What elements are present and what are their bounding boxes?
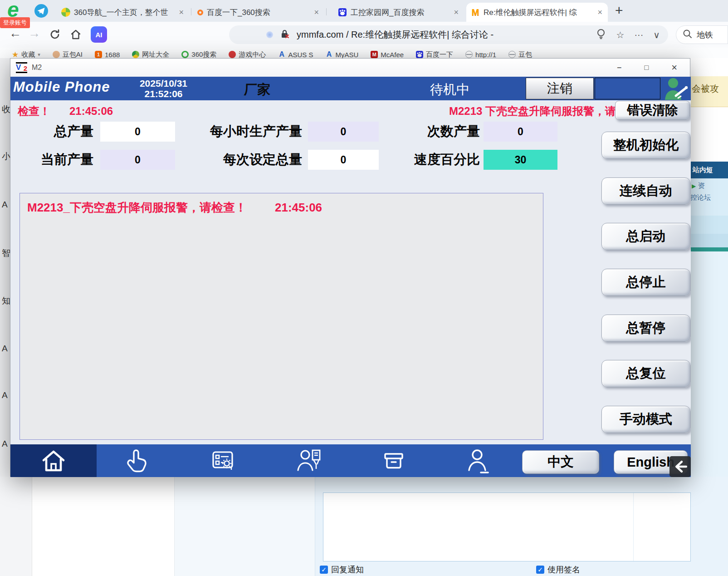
tab-close-icon[interactable]: × [453,8,459,17]
quick-search-box[interactable]: 地铁 [676,25,728,44]
hmi-screen: Mobile Phone 2025/10/31 21:52:06 厂家 待机中 … [10,77,691,477]
tab-close-icon[interactable]: × [313,8,320,17]
language-chinese-button[interactable]: 中文 [522,450,599,474]
more-menu-dots-icon[interactable]: ··· [634,30,643,40]
checkbox-checked-icon[interactable]: ✓ [320,566,328,574]
stat-value-speed-percent[interactable]: 30 [484,150,557,170]
master-reset-button[interactable]: 总复位 [601,360,690,387]
hmi-date: 2025/10/31 [122,78,205,89]
favorite-star-icon[interactable]: ☆ [616,30,624,40]
address-bar[interactable]: ymmfa.com / Re:维伦触摸屏远程软件| 综合讨论 - ☆ ··· ∨ [229,25,668,44]
new-tab-button[interactable]: + [615,3,623,18]
side-panel-item[interactable]: 收 [2,103,10,115]
stat-value-hourly-output[interactable]: 0 [308,122,379,142]
baidu-paw-icon [416,51,423,58]
window-title-bar[interactable]: V2 M2 − □ × [10,59,690,77]
stat-value-batch-total[interactable]: 0 [308,150,379,170]
reply-textarea[interactable] [323,492,691,561]
360-search-favicon [197,10,203,15]
stat-value-total-output[interactable]: 0 [100,122,175,142]
browser-tab-bar: e 360导航_一个主页，整个世 × 百度一下_360搜索 × 工控家园网_百度… [0,0,728,22]
logout-button[interactable]: 注销 [526,78,594,99]
nav-user-tab[interactable] [465,448,491,473]
bookmark-asus[interactable]: AASUS S [278,51,313,59]
side-panel-item[interactable]: A [2,200,8,210]
panel-link[interactable]: 控论坛 [690,193,728,202]
maximize-button[interactable]: □ [644,64,649,72]
url-text[interactable]: ymmfa.com / Re:维伦触摸屏远程软件| 综合讨论 - [297,29,493,41]
manual-mode-button[interactable]: 手动模式 [601,406,690,433]
master-pause-button[interactable]: 总暂停 [601,315,690,342]
master-start-button[interactable]: 总启动 [601,223,690,250]
back-float-button[interactable] [669,456,691,477]
stat-value-defect-output[interactable]: 0 [484,122,557,142]
home-icon[interactable] [70,29,82,44]
panel-link[interactable]: ▶ 资 [690,182,728,190]
header-empty-box [595,78,660,99]
nav-storage-tab[interactable] [381,448,406,473]
search-icon [683,29,693,41]
operator-avatar-icon[interactable] [662,77,690,100]
reload-icon[interactable] [49,29,61,44]
nav-recipe-tab[interactable] [296,448,322,473]
hmi-datetime: 2025/10/31 21:52:06 [122,78,205,99]
search-text[interactable]: 地铁 [697,30,713,40]
telegram-icon[interactable] [34,4,48,18]
tab-360-nav[interactable]: 360导航_一个主页，整个世 × [57,3,189,22]
tracking-shield-icon[interactable] [266,31,273,38]
minimize-button[interactable]: − [617,63,622,73]
tab-gongkong[interactable]: 工控家园网_百度搜索 × [333,3,464,22]
nav-settings-tab[interactable] [210,448,235,473]
bookmark-doubao-ai[interactable]: 豆包AI [53,50,83,59]
lightbulb-icon[interactable] [596,28,606,42]
master-stop-button[interactable]: 总停止 [601,269,690,296]
bookmark-doubao2[interactable]: 豆包 [508,50,532,59]
archive-box-icon [381,448,406,473]
continuous-auto-button[interactable]: 连续自动 [601,177,690,205]
reply-notify-checkbox[interactable]: ✓ 回复通知 [320,564,364,575]
stat-label-total-output: 总产量 [29,121,93,141]
ai-assistant-button[interactable]: AI [91,26,107,43]
bookmark-label: ASUS S [288,51,313,59]
tab-close-icon[interactable]: × [596,8,603,17]
page-fragment [690,251,728,477]
bookmark-mcafee[interactable]: MMcAfee [371,51,404,59]
stat-value-current-output[interactable]: 0 [100,150,175,170]
side-panel-item[interactable]: A [2,390,8,400]
login-badge[interactable]: 登录账号 [0,17,30,28]
sites-icon [132,51,139,58]
bookmark-myasus[interactable]: AMyASU [325,51,358,59]
error-clear-button[interactable]: 错误清除 [615,101,690,120]
bookmark-game-center[interactable]: 游戏中心 [229,50,266,59]
forward-icon[interactable]: → [28,26,40,40]
stat-label-defect-output: 次数产量 [401,121,480,141]
side-panel-item[interactable]: 智 [2,247,10,259]
bookmark-1688[interactable]: 11688 [95,51,120,59]
page-divider [690,247,728,251]
back-icon[interactable]: ← [9,26,21,40]
dropdown-chevron-icon[interactable]: ∨ [653,30,660,40]
bookmark-http[interactable]: http://1 [465,51,496,59]
tab-weinview-forum-active[interactable]: M Re:维伦触摸屏远程软件| 综 × [466,3,608,22]
tab-label: 百度一下_360搜索 [207,7,309,18]
side-panel-item[interactable]: A [2,439,8,449]
checkbox-checked-icon[interactable]: ✓ [536,566,544,574]
nav-home-tab[interactable] [10,444,97,477]
tab-close-icon[interactable]: × [178,8,185,17]
use-signature-checkbox[interactable]: ✓ 使用签名 [536,564,580,575]
browser-side-panel: 收 小 A 智 知 A A A [0,58,10,477]
nav-manual-tab[interactable] [125,448,150,473]
close-button[interactable]: × [671,62,677,74]
arrow-icon: ▶ [692,183,696,189]
bookmark-baidu[interactable]: 百度一下 [416,50,453,59]
insecure-lock-icon[interactable] [280,29,289,41]
side-panel-item[interactable]: A [2,344,8,354]
tooltip-text: 会被攻 [690,76,728,95]
bookmark-wangzhi[interactable]: 网址大全 [132,50,169,59]
machine-init-button[interactable]: 整机初始化 [601,132,690,159]
forum-panel-links: ▶ 资 控论坛 [690,178,728,216]
side-panel-item[interactable]: 小 [2,151,10,162]
side-panel-item[interactable]: 知 [2,295,10,307]
tab-baidu-search[interactable]: 百度一下_360搜索 × [193,3,324,22]
bookmark-360-search[interactable]: 360搜索 [181,50,216,59]
